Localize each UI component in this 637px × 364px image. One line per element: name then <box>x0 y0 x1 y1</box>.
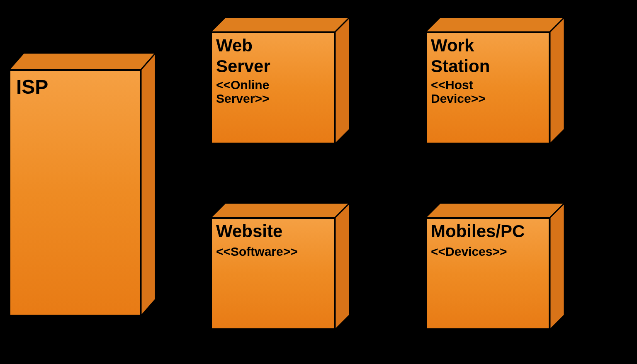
node-work-station-title-l2: Station <box>431 57 544 75</box>
svg-marker-9 <box>550 203 564 330</box>
node-website-title: Website <box>216 222 329 240</box>
svg-marker-6 <box>211 203 350 218</box>
node-web-server-stereo-l2: Server>> <box>216 92 329 105</box>
node-mobiles-pc-face: Mobiles/PC <<Devices>> <box>425 218 550 330</box>
svg-marker-5 <box>550 17 564 144</box>
node-website-face: Website <<Software>> <box>211 218 335 330</box>
svg-marker-3 <box>335 17 350 144</box>
node-web-server-title-l1: Web <box>216 36 329 55</box>
node-work-station-face: Work Station <<Host Device>> <box>425 32 550 144</box>
svg-marker-2 <box>211 17 350 32</box>
svg-marker-7 <box>335 203 350 330</box>
svg-marker-4 <box>425 17 564 32</box>
node-isp-face: ISP <box>9 70 141 316</box>
svg-marker-8 <box>425 203 564 218</box>
svg-marker-1 <box>141 53 156 316</box>
node-web-server-stereo-l1: <<Online <box>216 78 329 92</box>
node-work-station-stereo-l1: <<Host <box>431 78 544 92</box>
node-work-station-stereo-l2: Device>> <box>431 92 544 105</box>
node-isp-title: ISP <box>16 77 135 97</box>
node-mobiles-pc-stereo: <<Devices>> <box>431 245 544 258</box>
node-website-stereo: <<Software>> <box>216 245 329 258</box>
svg-marker-0 <box>9 53 156 70</box>
node-web-server-title-l2: Server <box>216 57 329 75</box>
node-mobiles-pc-title: Mobiles/PC <box>431 222 544 240</box>
node-web-server-face: Web Server <<Online Server>> <box>211 32 335 144</box>
node-work-station-title-l1: Work <box>431 36 544 55</box>
